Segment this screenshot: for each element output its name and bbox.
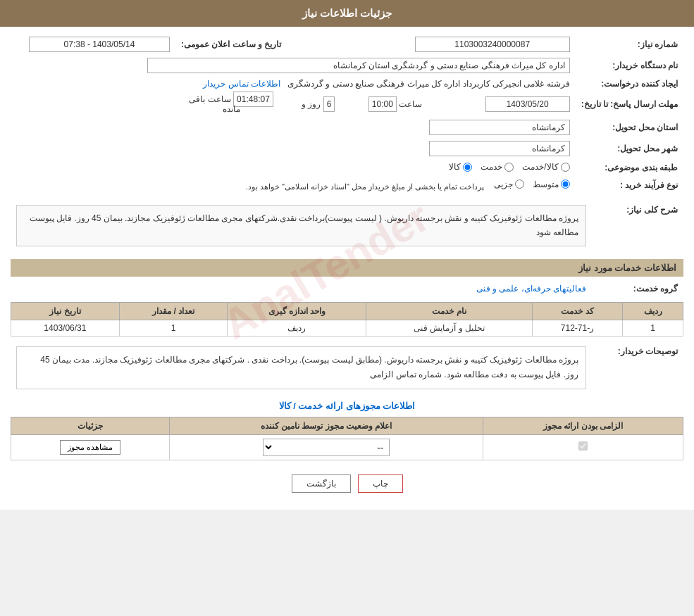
permits-table: الزامی بودن ارائه مجوز اعلام وضعیت مجوز … (11, 417, 683, 460)
service-cell-date: 1403/06/31 (11, 320, 120, 336)
page-title: جزئیات اطلاعات نیاز (0, 0, 694, 27)
city-value: کرمانشاه (429, 141, 570, 156)
services-col-date: تاریخ نیاز (11, 302, 120, 320)
permit-row: -- مشاهده مجوز (11, 434, 683, 460)
buyer-notes-label: توصیحات خریدار: (592, 341, 683, 395)
permit-status-cell: -- (170, 434, 483, 460)
process-radio-group: متوسط جزیی (494, 180, 570, 189)
permit-details-cell: مشاهده مجوز (11, 434, 170, 460)
category-radio-kala-khedmat[interactable] (561, 163, 570, 172)
service-cell-code: ر-71-712 (532, 320, 622, 336)
services-col-name: نام خدمت (366, 302, 532, 320)
service-row: 1ر-71-712تحلیل و آزمایش فنیردیف11403/06/… (11, 320, 683, 336)
need-summary-text: پروژه مطالعات ژئوفیزیک کتیبه و نقش برجست… (16, 205, 586, 246)
buyer-org-value: اداره کل میراث فرهنگی صنایع دستی و گردشگ… (147, 58, 570, 73)
service-cell-row: 1 (623, 320, 683, 336)
main-info-table: شماره نیاز: 1103003240000087 تاریخ و ساع… (11, 34, 683, 194)
announce-label: تاریخ و ساعت اعلان عمومی: (175, 34, 287, 55)
deadline-date: 1403/05/20 (485, 96, 570, 112)
services-col-qty: تعداد / مقدار (119, 302, 228, 320)
category-option-kala-khedmat[interactable]: کالا/خدمت (522, 162, 569, 172)
city-label: شهر محل تحویل: (576, 138, 683, 159)
category-label-khedmat: خدمت (481, 162, 502, 172)
category-radio-kala[interactable] (463, 163, 472, 172)
process-option-jozi[interactable]: جزیی (494, 180, 524, 189)
deadline-time-label: ساعت (399, 99, 422, 109)
deadline-time: 10:00 (368, 96, 397, 112)
deadline-days: 6 (323, 96, 335, 112)
announce-value: 1403/05/14 - 07:38 (29, 37, 170, 52)
services-section-header: اطلاعات خدمات مورد نیاز (11, 259, 683, 277)
process-label-motavasset: متوسط (533, 180, 559, 189)
view-permit-button[interactable]: مشاهده مجوز (60, 440, 120, 455)
permit-status-select[interactable]: -- (263, 439, 390, 456)
deadline-day-label: روز و (302, 99, 321, 109)
process-label-jozi: جزیی (494, 180, 513, 189)
creator-label: ایجاد کننده درخواست: (576, 76, 683, 92)
process-option-motavasset[interactable]: متوسط (533, 180, 570, 189)
permit-required-cell (483, 434, 683, 460)
process-radio-motavasset[interactable] (561, 180, 570, 189)
buyer-org-label: نام دستگاه خریدار: (576, 55, 683, 76)
creator-value: فرشته غلامی انجیرکی کاربرداد اداره کل می… (287, 79, 570, 89)
service-group-value[interactable]: فعالیتهای حرفه‌ای، علمی و فنی (476, 284, 586, 294)
permits-col-status: اعلام وضعیت مجوز توسط نامین کننده (170, 417, 483, 434)
permits-section-link[interactable]: اطلاعات مجوزهای ارائه خدمت / کالا (279, 401, 416, 411)
category-option-khedmat[interactable]: خدمت (481, 162, 514, 172)
permits-col-details: جزئیات (11, 417, 170, 434)
service-cell-name: تحلیل و آزمایش فنی (366, 320, 532, 336)
deadline-row: مهلت ارسال پاسخ: تا تاریخ: 1403/05/20 سا… (11, 92, 683, 117)
category-label: طبقه بندی موضوعی: (576, 159, 683, 177)
deadline-label: مهلت ارسال پاسخ: تا تاریخ: (576, 92, 683, 117)
province-label: استان محل تحویل: (576, 117, 683, 138)
buyer-notes-table: توصیحات خریدار: پروژه مطالعات ژئوفیزیک ک… (11, 341, 683, 395)
service-group-table: گروه خدمت: فعالیتهای حرفه‌ای، علمی و فنی (11, 281, 683, 296)
category-label-kala: کالا (449, 162, 461, 172)
need-summary-table: شرح کلی نیاز: پروژه مطالعات ژئوفیزیک کتی… (11, 199, 683, 252)
category-option-kala[interactable]: کالا (449, 162, 472, 172)
footer-buttons: چاپ بازگشت (11, 465, 683, 503)
service-cell-unit: ردیف (228, 320, 366, 336)
service-cell-quantity: 1 (119, 320, 228, 336)
services-col-code: کد خدمت (532, 302, 622, 320)
category-label-kala-khedmat: کالا/خدمت (522, 162, 558, 172)
category-radio-group: کالا/خدمت خدمت کالا (449, 162, 569, 172)
services-col-row: ردیف (623, 302, 683, 320)
process-radio-jozi[interactable] (515, 180, 524, 189)
request-number-value: 1103003240000087 (415, 37, 570, 52)
process-label: نوع فرآیند خرید : (576, 177, 683, 194)
creator-contact-link[interactable]: اطلاعات تماس خریدار (203, 79, 280, 89)
services-col-unit: واحد اندازه گیری (228, 302, 366, 320)
permit-required-checkbox (578, 441, 588, 451)
need-summary-label: شرح کلی نیاز: (592, 199, 683, 252)
request-number-label: شماره نیاز: (576, 34, 683, 55)
province-value: کرمانشاه (429, 120, 570, 135)
print-button[interactable]: چاپ (358, 474, 403, 493)
category-radio-khedmat[interactable] (504, 163, 514, 172)
service-group-label: گروه خدمت: (592, 281, 683, 296)
buyer-notes-text: پروژه مطالعات ژئوفیزیک کتیبه و نقش برجست… (16, 346, 586, 389)
process-note: پرداخت تمام یا بخشی از مبلغ خریداز محل "… (246, 182, 485, 190)
deadline-remaining-label: ساعت باقی مانده (189, 94, 240, 114)
back-button[interactable]: بازگشت (292, 474, 351, 493)
permits-col-required: الزامی بودن ارائه مجوز (483, 417, 683, 434)
services-data-table: ردیف کد خدمت نام خدمت واحد اندازه گیری ت… (11, 302, 683, 337)
